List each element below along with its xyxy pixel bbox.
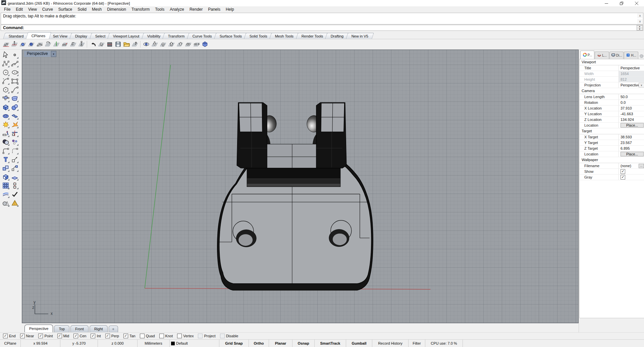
status-y-5-370[interactable]: y -5.370 <box>60 340 98 347</box>
viewport-tab-perspective[interactable]: Perspective <box>24 325 53 332</box>
status-z-0-000[interactable]: z 0.000 <box>98 340 138 347</box>
toolbar-tab-curve-tools[interactable]: Curve Tools <box>187 33 218 39</box>
tool-smash[interactable] <box>10 120 19 129</box>
cplane-origin-button[interactable] <box>2 40 10 49</box>
status-cplane[interactable]: CPlane <box>0 340 21 347</box>
osnap-checkbox-point[interactable]: ✓ <box>38 334 43 338</box>
status-grid-snap[interactable]: Grid Snap <box>219 340 249 347</box>
osnap-checkbox-end[interactable]: ✓ <box>3 334 8 338</box>
tool-explode[interactable] <box>1 120 10 129</box>
tool-text-object[interactable] <box>1 155 10 164</box>
viewport-tab-right[interactable]: Right <box>90 325 108 332</box>
spinner-up-icon[interactable]: ▲ <box>637 25 642 28</box>
property-value-text[interactable]: 6.895 <box>621 146 630 150</box>
osnap-checkbox-mid[interactable]: ✓ <box>57 334 62 338</box>
scroll-up-icon[interactable]: ∧ <box>637 13 643 18</box>
tool-solid-torus[interactable] <box>1 112 10 120</box>
viewport-title-label[interactable]: Perspective <box>24 51 51 57</box>
tool-surface-array[interactable] <box>10 112 19 120</box>
close-button[interactable] <box>629 0 644 6</box>
tool-curve-blend[interactable] <box>10 85 19 94</box>
cplane-3-point-button[interactable] <box>35 40 44 49</box>
status-ortho[interactable]: Ortho <box>249 340 269 347</box>
command-spinner[interactable]: ▲ ▼ <box>637 25 643 30</box>
tool-circle[interactable] <box>1 68 10 77</box>
place-button[interactable]: Place... <box>621 123 644 128</box>
grid-options-button[interactable] <box>105 40 114 49</box>
menu-transform[interactable]: Transform <box>129 7 152 12</box>
tool-split[interactable] <box>10 129 19 138</box>
toolbar-tab-transform[interactable]: Transform <box>162 33 191 39</box>
toolbar-tab-mesh-tools[interactable]: Mesh Tools <box>269 33 299 39</box>
status-default[interactable]: Default <box>170 340 219 347</box>
spinner-down-icon[interactable]: ▼ <box>637 28 642 30</box>
tool-copy[interactable] <box>1 164 10 172</box>
open-cplane-button[interactable] <box>122 40 130 49</box>
tool-rectangle[interactable] <box>10 77 19 85</box>
property-value-text[interactable]: (none) <box>621 164 631 168</box>
property-value-text[interactable]: 50.0 <box>621 95 628 99</box>
property-value-text[interactable]: -41.663 <box>621 112 633 116</box>
toolbar-tab-standard[interactable]: Standard <box>3 33 30 39</box>
toolbar-tab-new-in-v5[interactable]: New in V5 <box>346 33 374 39</box>
viewport-tab-top[interactable]: Top <box>54 325 69 332</box>
history-scrollbar[interactable]: ∧ ∨ <box>637 13 643 24</box>
status-smarttrack[interactable]: SmartTrack <box>315 340 346 347</box>
shaded-viewport-button[interactable] <box>201 40 209 49</box>
tool-surface-patch[interactable] <box>10 94 19 103</box>
swap-views-button[interactable] <box>192 40 201 49</box>
cplane-rotate-button[interactable] <box>44 40 52 49</box>
panel-tab-l[interactable]: L... <box>595 52 609 59</box>
plan-view-up-button[interactable] <box>159 40 167 49</box>
osnap-checkbox-int[interactable]: ✓ <box>91 334 95 338</box>
plan-view-down-button[interactable] <box>150 40 159 49</box>
restore-button[interactable] <box>614 0 629 6</box>
tool-curve-control-points[interactable] <box>1 59 10 68</box>
osnap-checkbox-quad[interactable] <box>140 334 145 338</box>
menu-help[interactable]: Help <box>223 7 237 12</box>
cplane-previous-button[interactable] <box>69 40 77 49</box>
toolbar-tab-solid-tools[interactable]: Solid Tools <box>244 33 273 39</box>
tool-point-cloud[interactable] <box>10 138 19 146</box>
browse-button[interactable]: ... <box>639 164 644 168</box>
status-x-99-594[interactable]: x 99.594 <box>21 340 60 347</box>
minimize-button[interactable] <box>599 0 614 6</box>
osnap-checkbox-tan[interactable]: ✓ <box>123 334 128 338</box>
tool-trim[interactable] <box>1 129 10 138</box>
cplane-elevation-button[interactable] <box>77 40 86 49</box>
menu-surface[interactable]: Surface <box>56 7 75 12</box>
toolbar-tab-render-tools[interactable]: Render Tools <box>296 33 329 39</box>
cplane-through-points-button[interactable] <box>60 40 69 49</box>
tool-extrude-planar[interactable] <box>10 172 19 181</box>
osnap-checkbox-knot[interactable] <box>159 334 164 338</box>
status-millimeters[interactable]: Millimeters <box>138 340 170 347</box>
property-value-text[interactable]: 134.924 <box>621 118 634 122</box>
perspective-viewport[interactable]: Perspective ▾ <box>22 50 579 323</box>
osnap-checkbox-cen[interactable]: ✓ <box>73 334 78 338</box>
tool-ellipse[interactable] <box>10 68 19 77</box>
set-view-upright-button[interactable] <box>175 40 184 49</box>
dropdown-chevron-icon[interactable]: ∨ <box>639 83 644 87</box>
tool-extract-faces[interactable] <box>10 199 19 207</box>
viewport-tab-front[interactable]: Front <box>70 325 89 332</box>
menu-view[interactable]: View <box>25 7 40 12</box>
panel-options-button[interactable] <box>639 53 644 59</box>
tool-fillet-curve[interactable] <box>1 146 10 155</box>
status-cpu-use-7-0[interactable]: CPU use: 7.0 % <box>425 340 463 347</box>
tool-boolean-difference[interactable] <box>1 199 10 207</box>
cplane-world-button[interactable] <box>27 40 35 49</box>
tool-move[interactable] <box>10 155 19 164</box>
panel-tab-h[interactable]: ?H... <box>624 52 638 59</box>
property-value-text[interactable]: Perspective <box>621 66 640 70</box>
tool-arc[interactable] <box>1 77 10 85</box>
tool-shell-solid[interactable] <box>1 172 10 181</box>
tool-check-objects[interactable] <box>10 190 19 199</box>
save-cplane-button[interactable] <box>114 40 122 49</box>
tool-surface-from-points[interactable] <box>1 94 10 103</box>
menu-edit[interactable]: Edit <box>13 7 25 12</box>
menu-curve[interactable]: Curve <box>40 7 56 12</box>
command-history[interactable]: Drag objects, tap Alt to make a duplicat… <box>1 13 643 24</box>
tool-solid-sphere[interactable] <box>10 103 19 112</box>
tool-polygon[interactable] <box>1 85 10 94</box>
checkbox-show[interactable]: ✓ <box>621 169 625 174</box>
